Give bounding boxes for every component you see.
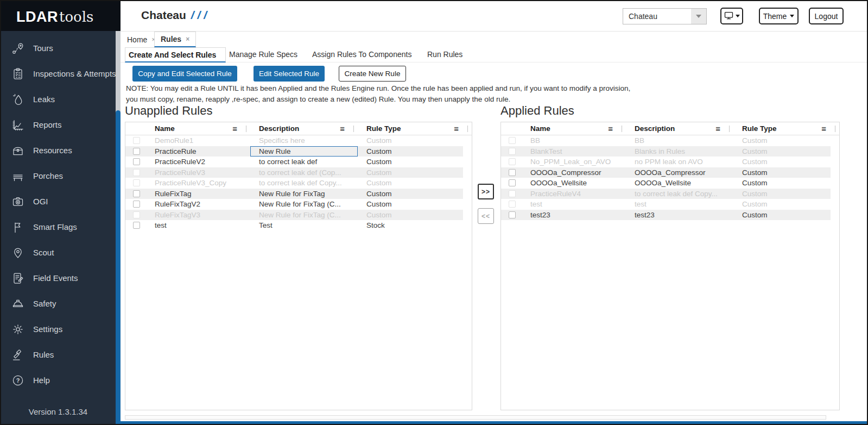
unapply-rules-button[interactable]: << bbox=[478, 208, 494, 224]
row-checkbox[interactable] bbox=[509, 169, 516, 176]
rule-description-cell[interactable]: to correct leak def (Cop... bbox=[250, 167, 358, 178]
rule-type-cell[interactable]: Stock bbox=[358, 220, 463, 231]
column-header-rule-type[interactable]: Rule Type≡ bbox=[358, 122, 472, 135]
column-menu-icon[interactable]: ≡ bbox=[821, 122, 826, 135]
window-horizontal-scrollbar[interactable] bbox=[121, 421, 867, 424]
rule-type-cell[interactable]: Custom bbox=[358, 199, 463, 210]
row-checkbox[interactable] bbox=[133, 169, 140, 176]
row-checkbox[interactable] bbox=[133, 190, 140, 197]
site-select-dropdown[interactable]: Chateau bbox=[623, 8, 707, 24]
rule-name-cell[interactable]: RuleFixTagV2 bbox=[146, 199, 250, 210]
column-menu-icon[interactable]: ≡ bbox=[715, 122, 720, 135]
rule-name-cell[interactable]: test23 bbox=[522, 210, 626, 221]
sidebar-item-ogi[interactable]: OGI bbox=[1, 189, 121, 214]
sidebar-item-safety[interactable]: Safety bbox=[1, 291, 121, 316]
column-menu-icon[interactable]: ≡ bbox=[340, 122, 345, 135]
sidebar-item-inspections-attempts[interactable]: Inspections & Attempts bbox=[1, 61, 121, 86]
rule-type-cell[interactable]: Custom bbox=[358, 157, 463, 167]
sidebar-item-help[interactable]: ?Help bbox=[1, 367, 121, 393]
row-checkbox[interactable] bbox=[509, 201, 516, 208]
row-checkbox[interactable] bbox=[133, 222, 140, 229]
row-checkbox[interactable] bbox=[509, 190, 516, 197]
rule-type-cell[interactable]: Custom bbox=[733, 210, 831, 221]
rule-name-cell[interactable]: test bbox=[522, 199, 626, 210]
row-checkbox[interactable] bbox=[133, 137, 140, 144]
rule-type-cell[interactable]: Custom bbox=[733, 146, 831, 157]
sidebar-item-tours[interactable]: Tours bbox=[1, 35, 121, 61]
rule-name-cell[interactable]: RuleFixTag bbox=[146, 189, 250, 199]
table-row[interactable]: PracticeRuleV2to correct leak defCustom bbox=[125, 157, 463, 167]
sidebar-item-resources[interactable]: Resources bbox=[1, 138, 121, 163]
column-menu-icon[interactable]: ≡ bbox=[608, 122, 613, 135]
rule-description-cell[interactable]: Blanks in Rules bbox=[626, 146, 733, 157]
sidebar-item-field-events[interactable]: Field Events bbox=[1, 265, 121, 291]
column-header-description[interactable]: Description≡ bbox=[250, 122, 358, 135]
copy-and-edit-selected-rule-button[interactable]: Copy and Edit Selected Rule bbox=[132, 66, 237, 82]
row-checkbox[interactable] bbox=[509, 148, 516, 155]
row-checkbox[interactable] bbox=[509, 211, 516, 218]
sidebar-item-rules[interactable]: Rules bbox=[1, 342, 121, 367]
rule-type-cell[interactable]: Custom bbox=[358, 189, 463, 199]
table-row[interactable]: testTestStock bbox=[125, 220, 463, 231]
rule-type-cell[interactable]: Custom bbox=[358, 135, 463, 146]
table-row[interactable]: RuleFixTagV3New Rule for FixTag (C...Cus… bbox=[125, 210, 463, 221]
rule-name-cell[interactable]: PracticeRuleV3 bbox=[146, 167, 250, 178]
table-row[interactable]: PracticeRuleV4to correct leak def Copy..… bbox=[501, 189, 831, 199]
table-row[interactable]: PracticeRuleV3_Copyto correct leak def C… bbox=[125, 178, 463, 189]
column-menu-icon[interactable]: ≡ bbox=[232, 122, 237, 135]
tab-manage-rule-specs[interactable]: Manage Rule Specs bbox=[229, 47, 297, 62]
rule-type-cell[interactable]: Custom bbox=[358, 210, 463, 221]
column-menu-icon[interactable]: ≡ bbox=[454, 122, 459, 135]
rule-description-cell[interactable]: New Rule for FixTag (C... bbox=[250, 210, 358, 221]
rule-type-cell[interactable]: Custom bbox=[733, 199, 831, 210]
row-checkbox[interactable] bbox=[133, 211, 140, 218]
table-row[interactable]: No_PPM_Leak_on_AVOno PPM leak on AVOCust… bbox=[501, 157, 831, 167]
rule-description-cell[interactable]: to correct leak def Copy... bbox=[626, 189, 733, 199]
sidebar-item-reports[interactable]: Reports bbox=[1, 112, 121, 138]
close-icon[interactable]: × bbox=[186, 35, 189, 43]
sidebar-item-settings[interactable]: Settings bbox=[1, 316, 121, 342]
tab-rules[interactable]: Rules × bbox=[154, 32, 196, 47]
table-row[interactable]: BBBBCustom bbox=[501, 135, 831, 146]
table-row[interactable]: RuleFixTagV2New Rule for FixTag (C...Cus… bbox=[125, 199, 463, 210]
rule-type-cell[interactable]: Custom bbox=[358, 167, 463, 178]
row-checkbox[interactable] bbox=[509, 179, 516, 186]
panel-horizontal-scrollbar[interactable] bbox=[125, 415, 826, 420]
logout-button[interactable]: Logout bbox=[809, 8, 844, 24]
column-header-name[interactable]: Name≡ bbox=[146, 122, 250, 135]
rule-type-cell[interactable]: Custom bbox=[733, 135, 831, 146]
create-new-rule-button[interactable]: Create New Rule bbox=[339, 66, 406, 82]
sidebar-item-leaks[interactable]: Leaks bbox=[1, 86, 121, 112]
rule-name-cell[interactable]: DemoRule1 bbox=[146, 135, 250, 146]
sidebar-item-scout[interactable]: Scout bbox=[1, 240, 121, 265]
rule-description-cell[interactable]: to correct leak def Copy... bbox=[250, 178, 358, 189]
edit-selected-rule-button[interactable]: Edit Selected Rule bbox=[254, 66, 325, 82]
rule-name-cell[interactable]: test bbox=[146, 220, 250, 231]
table-row[interactable]: BlankTestBlanks in RulesCustom bbox=[501, 146, 831, 157]
tab-run-rules[interactable]: Run Rules bbox=[427, 47, 462, 62]
table-row[interactable]: OOOOa_CompressorOOOOa_CompressorCustom bbox=[501, 167, 831, 178]
row-checkbox[interactable] bbox=[133, 179, 140, 186]
rule-description-cell[interactable]: test bbox=[626, 199, 733, 210]
sidebar-item-porches[interactable]: Porches bbox=[1, 163, 121, 189]
rule-description-cell[interactable]: Specifics here bbox=[250, 135, 358, 146]
rule-name-cell[interactable]: No_PPM_Leak_on_AVO bbox=[522, 157, 626, 167]
rule-name-cell[interactable]: OOOOa_Wellsite bbox=[522, 178, 626, 189]
rule-description-cell[interactable]: New Rule for FixTag bbox=[250, 189, 358, 199]
row-checkbox[interactable] bbox=[133, 201, 140, 208]
rule-name-cell[interactable]: BlankTest bbox=[522, 146, 626, 157]
tab-create-and-select-rules[interactable]: Create And Select Rules bbox=[125, 47, 226, 62]
apply-rules-button[interactable]: >> bbox=[478, 184, 494, 199]
row-checkbox[interactable] bbox=[509, 137, 516, 144]
rule-type-cell[interactable]: Custom bbox=[733, 157, 831, 167]
rule-description-cell[interactable]: no PPM leak on AVO bbox=[626, 157, 733, 167]
rule-description-cell[interactable]: to correct leak def bbox=[250, 157, 358, 167]
rule-type-cell[interactable]: Custom bbox=[358, 146, 463, 157]
sidebar-scrollbar-thumb[interactable] bbox=[116, 110, 121, 424]
rule-name-cell[interactable]: RuleFixTagV3 bbox=[146, 210, 250, 221]
rule-description-cell[interactable]: New Rule for FixTag (C... bbox=[250, 199, 358, 210]
rule-type-cell[interactable]: Custom bbox=[358, 178, 463, 189]
table-row[interactable]: RuleFixTagNew Rule for FixTagCustom bbox=[125, 189, 463, 199]
table-row[interactable]: testtestCustom bbox=[501, 199, 831, 210]
rule-name-cell[interactable]: PracticeRuleV4 bbox=[522, 189, 626, 199]
